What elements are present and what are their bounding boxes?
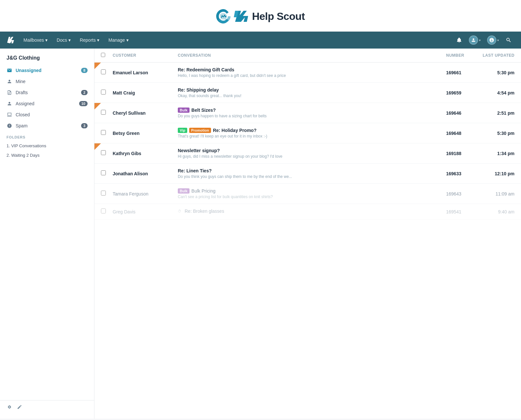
conv-row-2[interactable]: Matt Craig Re: Shipping delay Okay, that… bbox=[94, 83, 521, 103]
drafts-label: Drafts bbox=[16, 90, 78, 95]
notifications-button[interactable] bbox=[453, 34, 465, 46]
row-5-customer: Kathryn Gibs bbox=[113, 151, 178, 156]
main-layout: J&G Clothing Unassigned 8 Mine bbox=[0, 49, 521, 419]
row-6-content: Re: Linen Ties? Do you think you guys ca… bbox=[178, 168, 446, 179]
row-4-checkbox-container[interactable] bbox=[101, 130, 109, 136]
row-6-preview: Do you think you guys can ship them to m… bbox=[178, 174, 367, 179]
row-2-content: Re: Shipping delay Okay, that sounds gre… bbox=[178, 87, 446, 98]
row-1-checkbox[interactable] bbox=[101, 69, 106, 74]
folder-item-vip[interactable]: 1. VIP Conversations bbox=[0, 141, 94, 151]
folder-item-waiting[interactable]: 2. Waiting 2 Days bbox=[0, 151, 94, 160]
nav-mailboxes[interactable]: Mailboxes ▾ bbox=[20, 36, 51, 45]
nav-reports[interactable]: Reports ▾ bbox=[76, 36, 103, 45]
drafts-icon bbox=[7, 90, 12, 95]
row-3-checkbox[interactable] bbox=[101, 110, 106, 115]
gear-icon bbox=[7, 404, 12, 410]
sidebar-item-closed[interactable]: Closed bbox=[0, 109, 94, 120]
select-all-checkbox-container[interactable] bbox=[101, 52, 109, 58]
row-5-checkbox[interactable] bbox=[101, 150, 106, 155]
row-5-content: Newsletter signup? Hi guys, did I miss a… bbox=[178, 148, 446, 159]
conversation-list: Customer Conversation Number Last Update… bbox=[94, 49, 521, 419]
nav-docs[interactable]: Docs ▾ bbox=[53, 36, 75, 45]
profile-avatar bbox=[487, 36, 496, 45]
row-6-checkbox[interactable] bbox=[101, 170, 106, 175]
row-6-checkbox-container[interactable] bbox=[101, 170, 109, 177]
profile-button[interactable]: ▾ bbox=[485, 34, 501, 46]
row-3-customer: Cheryl Sullivan bbox=[113, 110, 178, 116]
sidebar-compose-btn[interactable] bbox=[17, 404, 22, 410]
unassigned-label: Unassigned bbox=[16, 68, 78, 73]
row-7-preview: Can't see a pricing list for bulk quanti… bbox=[178, 195, 367, 199]
row-8-checkbox-container[interactable] bbox=[101, 209, 109, 215]
row-7-checkbox-container[interactable] bbox=[101, 191, 109, 197]
logo-mark bbox=[234, 9, 249, 23]
sidebar-settings-btn[interactable] bbox=[7, 404, 12, 410]
sidebar: J&G Clothing Unassigned 8 Mine bbox=[0, 49, 94, 419]
person-icon bbox=[7, 79, 12, 84]
row-3-content: Bulk Belt Sizes? Do you guys happen to h… bbox=[178, 108, 446, 118]
navbar: Mailboxes ▾ Docs ▾ Reports ▾ Manage ▾ ▾ bbox=[0, 32, 521, 49]
nav-logo-icon bbox=[7, 36, 14, 44]
row-3-preview: Do you guys happen to have a sizing char… bbox=[178, 114, 367, 118]
row-2-checkbox-container[interactable] bbox=[101, 90, 109, 96]
select-all-checkbox[interactable] bbox=[101, 53, 105, 57]
row-4-content: Vip Promotion Re: Holiday Promo? That's … bbox=[178, 128, 446, 138]
row-1-customer: Emanuel Larson bbox=[113, 70, 178, 75]
conv-row-1[interactable]: Emanuel Larson Re: Redeeming Gift Cards … bbox=[94, 63, 521, 83]
row-4-subject: Vip Promotion Re: Holiday Promo? bbox=[178, 128, 446, 133]
row-8-subject: ⏱ Re: Broken glasses bbox=[178, 209, 446, 214]
row-1-checkbox-container[interactable] bbox=[101, 69, 109, 76]
customer-col-header: Customer bbox=[113, 53, 178, 58]
vip-tag-4: Vip bbox=[178, 128, 187, 133]
row-8-number: 169541 bbox=[446, 209, 479, 214]
row-2-subject: Re: Shipping delay bbox=[178, 87, 446, 93]
conv-row-8[interactable]: Greg Davis ⏱ Re: Broken glasses 169541 9… bbox=[94, 204, 521, 220]
nav-manage[interactable]: Manage ▾ bbox=[105, 36, 133, 45]
row-2-number: 169659 bbox=[446, 90, 479, 95]
spam-label: Spam bbox=[16, 123, 78, 128]
assigned-icon bbox=[7, 101, 12, 107]
row-4-customer-name: Betsy Green bbox=[113, 131, 178, 136]
conv-row-4[interactable]: Betsy Green Vip Promotion Re: Holiday Pr… bbox=[94, 123, 521, 143]
inbox-icon bbox=[7, 67, 12, 73]
waiting-icon-8: ⏱ bbox=[178, 209, 181, 213]
search-button[interactable] bbox=[503, 34, 514, 46]
row-7-content: Bulk Bulk Pricing Can't see a pricing li… bbox=[178, 188, 446, 199]
row-8-checkbox[interactable] bbox=[101, 209, 106, 213]
row-2-checkbox[interactable] bbox=[101, 90, 106, 94]
row-1-number: 169661 bbox=[446, 70, 479, 75]
row-2-customer-name: Matt Craig bbox=[113, 90, 178, 95]
conv-row-7[interactable]: Tamara Ferguson Bulk Bulk Pricing Can't … bbox=[94, 184, 521, 204]
row-3-checkbox-container[interactable] bbox=[101, 110, 109, 116]
row-7-updated: 11:09 am bbox=[479, 191, 514, 196]
conv-row-3[interactable]: Cheryl Sullivan Bulk Belt Sizes? Do you … bbox=[94, 103, 521, 123]
number-col-header: Number bbox=[446, 53, 479, 58]
row-5-checkbox-container[interactable] bbox=[101, 150, 109, 156]
user-avatar bbox=[469, 36, 478, 45]
row-1-subject: Re: Redeeming Gift Cards bbox=[178, 67, 446, 72]
conv-row-5[interactable]: Kathryn Gibs Newsletter signup? Hi guys,… bbox=[94, 143, 521, 164]
logo-container: Help Scout bbox=[216, 9, 305, 23]
conv-row-6[interactable]: Jonathan Alison Re: Linen Ties? Do you t… bbox=[94, 164, 521, 184]
folders-section-label: Folders bbox=[0, 131, 94, 141]
row-6-customer: Jonathan Alison bbox=[113, 171, 178, 176]
row-4-checkbox[interactable] bbox=[101, 130, 106, 135]
row-7-checkbox[interactable] bbox=[101, 191, 106, 196]
sidebar-item-drafts[interactable]: Drafts 2 bbox=[0, 87, 94, 98]
row-1-updated: 5:30 pm bbox=[479, 70, 514, 75]
bulk-tag-7: Bulk bbox=[178, 188, 190, 194]
row-8-customer: Greg Davis bbox=[113, 209, 178, 214]
sidebar-item-assigned[interactable]: Assigned 10 bbox=[0, 98, 94, 109]
user-account-button[interactable]: ▾ bbox=[466, 34, 483, 46]
row-7-subject: Bulk Bulk Pricing bbox=[178, 188, 446, 194]
assigned-label: Assigned bbox=[16, 101, 76, 106]
flag-indicator-3 bbox=[94, 103, 101, 109]
row-6-subject: Re: Linen Ties? bbox=[178, 168, 446, 173]
flag-indicator-1 bbox=[94, 63, 101, 69]
sidebar-item-spam[interactable]: Spam 3 bbox=[0, 120, 94, 131]
helpscout-wordmark: Help Scout bbox=[234, 9, 305, 23]
sidebar-item-unassigned[interactable]: Unassigned 8 bbox=[0, 65, 94, 76]
row-1-customer-name: Emanuel Larson bbox=[113, 70, 178, 75]
sidebar-item-mine[interactable]: Mine bbox=[0, 76, 94, 87]
compose-icon bbox=[17, 404, 22, 410]
